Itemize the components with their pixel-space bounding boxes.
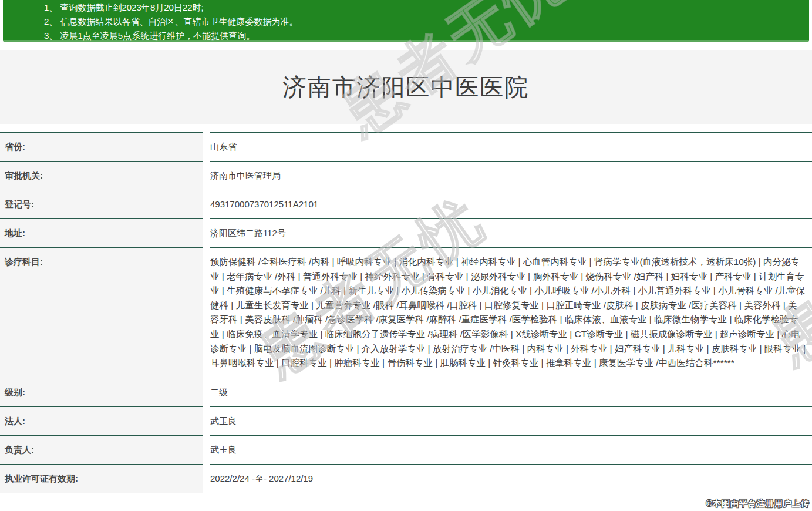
column-gap [203, 435, 210, 464]
column-gap [203, 464, 210, 493]
upload-credit-watermark: ©本图由平台注册用户上传 [706, 499, 810, 509]
row-label: 诊疗科目: [0, 247, 203, 378]
row-value: 济阳区纬二路112号 [210, 218, 812, 247]
table-row-approval-authority: 审批机关: 济南市中医管理局 [0, 161, 812, 190]
column-gap [203, 161, 210, 190]
row-label: 法人: [0, 406, 203, 435]
table-row-license-validity: 执业许可证有效期: 2022/2/24 -至- 2027/12/19 [0, 464, 812, 493]
table-row-person-in-charge: 负责人: 武玉良 [0, 435, 812, 464]
row-label: 地址: [0, 218, 203, 247]
row-label: 省份: [0, 132, 203, 161]
table-row-registration-number: 登记号: 49317000737012511A2101 [0, 190, 812, 218]
column-gap [203, 218, 210, 247]
row-value: 2022/2/24 -至- 2027/12/19 [210, 464, 812, 493]
row-label: 审批机关: [0, 161, 203, 190]
row-value: 济南市中医管理局 [210, 161, 812, 190]
column-gap [203, 378, 210, 406]
row-label: 执业许可证有效期: [0, 464, 203, 493]
column-gap [203, 190, 210, 218]
page-title: 济南市济阳区中医医院 [283, 71, 530, 103]
table-row-province: 省份: 山东省 [0, 132, 812, 161]
table-row-level: 级别: 二级 [0, 378, 812, 406]
notice-line-3: 3、 凌晨1点至凌晨5点系统进行维护，不能提供查询。 [44, 29, 809, 43]
row-label: 级别: [0, 378, 203, 406]
table-row-legal-person: 法人: 武玉良 [0, 406, 812, 435]
title-block: 济南市济阳区中医医院 [0, 50, 812, 124]
notice-line-2: 2、 信息数据结果以各省、自治区、直辖市卫生健康委数据为准。 [44, 15, 809, 29]
row-value: 武玉良 [210, 435, 812, 464]
row-label: 登记号: [0, 190, 203, 218]
row-label: 负责人: [0, 435, 203, 464]
column-gap [203, 247, 210, 378]
row-value: 武玉良 [210, 406, 812, 435]
row-value: 49317000737012511A2101 [210, 190, 812, 218]
notice-line-1: 1、 查询数据截止到2023年8月20日22时; [44, 1, 809, 15]
row-value: 山东省 [210, 132, 812, 161]
hospital-info-table: 省份: 山东省 审批机关: 济南市中医管理局 登记号: 493170007370… [0, 132, 812, 493]
column-gap [203, 406, 210, 435]
row-value: 二级 [210, 378, 812, 406]
notice-banner: 1、 查询数据截止到2023年8月20日22时; 2、 信息数据结果以各省、自治… [3, 0, 809, 42]
table-row-diagnostic-subjects: 诊疗科目: 预防保健科 /全科医疗科 /内科 | 呼吸内科专业 | 消化内科专业… [0, 247, 812, 378]
row-value: 预防保健科 /全科医疗科 /内科 | 呼吸内科专业 | 消化内科专业 | 神经内… [210, 247, 812, 378]
column-gap [203, 132, 210, 161]
table-row-address: 地址: 济阳区纬二路112号 [0, 218, 812, 247]
